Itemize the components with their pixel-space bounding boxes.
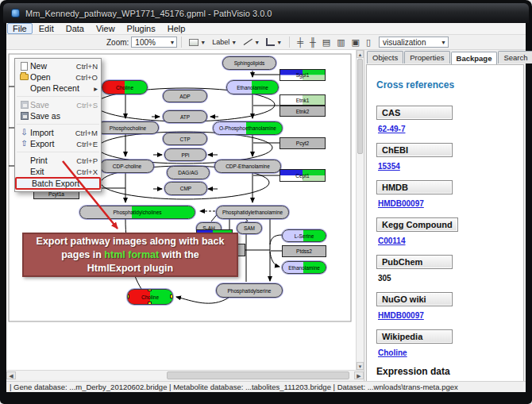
pathway-node-pcyt2[interactable]: Pcyt2 [279,137,326,149]
pathway-node-choline[interactable]: Choline [102,80,148,94]
file-menu-item-import[interactable]: ⇩ImportCtrl+M [15,127,101,138]
menubar-item-edit[interactable]: Edit [33,23,60,34]
label-tool-button[interactable]: Label▼ [209,37,240,48]
chevron-down-icon: ▼ [441,40,446,45]
file-menu-item-batch-export[interactable]: Batch Export [15,177,101,190]
file-menu-item-open-recent[interactable]: Open Recent▸ [15,83,101,94]
scroll-right-icon[interactable]: ▶ [354,371,364,379]
tab-objects[interactable]: Objects [367,51,403,63]
xref-header: NuGO wiki [376,292,453,306]
vertical-scrollbar[interactable]: ▲ ▼ [356,50,364,370]
selection-handle[interactable] [170,289,173,291]
horizontal-scrollbar[interactable]: ◀ ▶ [6,370,364,379]
file-menu-item-open[interactable]: OpenCtrl+O [15,71,101,83]
selection-handle[interactable] [148,289,152,291]
xref-link[interactable]: HMDB00097 [378,311,515,320]
pathway-node-etnk1[interactable]: Etnk1 [279,94,326,106]
pathway-node-o-phosphoethanolamine[interactable]: O-Phosphoethanolamine [213,121,283,135]
horizontal-scroll-thumb[interactable] [167,371,349,379]
xref-link[interactable]: Choline [378,348,515,357]
horizontal-scroll-track[interactable] [16,371,354,379]
xref-link[interactable]: C00114 [378,237,515,245]
annotation-callout: Export pathway images along with back pa… [22,233,238,277]
scroll-left-icon[interactable]: ◀ [6,371,16,379]
selection-handle[interactable] [148,302,152,305]
xref-link[interactable]: 62-49-7 [378,125,515,133]
pathway-node-adp[interactable]: ADP [163,90,207,102]
tab-properties[interactable]: Properties [404,51,449,63]
file-menu-item-exit[interactable]: ExitCtrl+X [15,166,101,177]
pathway-node-cdp-ethanolamine[interactable]: CDP-Ethanolamine [214,160,281,173]
scroll-up-icon[interactable]: ▲ [357,50,364,58]
pathway-node-phosphocholine[interactable]: Phosphocholine [97,121,159,134]
selection-handle[interactable] [127,302,129,305]
pathway-node-cept1[interactable]: Cept1 [279,169,326,182]
menubar-item-view[interactable]: View [91,23,121,34]
stack-columns-icon: ▥ [337,38,345,47]
pathway-node-sgpl1[interactable]: Sgpl1 [279,69,326,81]
scroll-down-icon[interactable]: ▼ [357,362,364,370]
datanode-icon [189,39,199,46]
selection-handle[interactable] [127,294,129,298]
pathway-node-cdp-choline[interactable]: CDP-choline [100,160,154,173]
pathway-node-sam[interactable]: SAM [237,222,262,234]
pathway-node-ethanolamine[interactable]: Ethanolamine [282,261,326,274]
pathway-node-cmp[interactable]: CMP [164,182,207,195]
selection-handle[interactable] [127,289,129,291]
file-menu-item-print[interactable]: PrintCtrl+P [15,155,101,166]
selection-handle[interactable] [170,302,173,305]
cross-references-heading: Cross references [376,79,515,90]
pathway-node-sphingolipids[interactable]: Sphingolipids [222,56,276,70]
menu-item-label: Open Recent [30,83,94,93]
menubar-item-file[interactable]: File [7,23,33,34]
pathway-node-atp[interactable]: ATP [163,110,207,123]
connector-tool-button[interactable]: ▼ [263,37,285,48]
menubar-item-data[interactable]: Data [60,23,90,34]
file-menu-item-export[interactable]: ⇧ExportCtrl+E [15,138,101,149]
common-width-button[interactable]: ▣ [349,37,363,48]
datanode-button[interactable]: ▼ [186,37,209,48]
menu-item-label: Save as [30,111,98,121]
submenu-arrow-icon: ▸ [94,84,98,93]
pathway-node-dag-ag[interactable]: DAG/AG [167,166,210,179]
xref-section-chebi: ChEBI15354 [376,142,515,171]
file-menu-item-save[interactable]: SaveCtrl+S [15,99,101,110]
align-center-y-button[interactable]: ╫ [306,37,319,48]
align-center-x-button[interactable]: ╪ [294,37,306,48]
pathway-node-l-serine[interactable]: L-Serine [282,229,326,242]
stack-rows-button[interactable]: ▤ [319,37,333,48]
menubar-item-help[interactable]: Help [162,23,191,34]
pathway-node-ptdss2[interactable]: Ptdss2 [282,245,326,257]
pathway-node-ctp[interactable]: CTP [163,133,207,145]
pathway-node-phosphatidylethanolamine[interactable]: Phosphatidylethanolamine [216,206,289,219]
pathway-node-phosphatidylcholines[interactable]: Phosphatidylcholines [79,206,195,219]
vertical-scroll-thumb[interactable] [357,59,363,154]
xref-header: CAS [376,106,453,120]
app-icon [11,9,20,17]
pathway-node-ethanolamine[interactable]: Ethanolamine [226,80,279,94]
selection-handle[interactable] [170,294,173,298]
file-menu-item-new[interactable]: NewCtrl+N [15,60,101,71]
common-height-button[interactable]: ▯ [363,37,374,48]
pathway-node-phosphatidylserine[interactable]: Phosphatidylserine [216,283,283,298]
chevron-down-icon: ▼ [254,40,260,45]
tab-backpage[interactable]: Backpage [451,52,498,64]
window-content: FileEditDataViewPluginsHelp Zoom: 100% ▼… [6,23,526,392]
xref-link[interactable]: HMDB00097 [378,199,515,208]
pathway-node-choline[interactable]: Choline [127,289,173,305]
tab-search[interactable]: Search [498,51,532,63]
xref-header: Wikipedia [376,329,453,344]
xref-link[interactable]: 15354 [378,162,515,171]
menubar-item-plugins[interactable]: Plugins [121,23,161,34]
stack-columns-button[interactable]: ▥ [333,37,348,48]
file-menu-item-save-as[interactable]: Save as [15,110,101,121]
xref-section-cas: CAS62-49-7 [376,105,515,133]
zoom-combobox[interactable]: 100% ▼ [131,37,177,48]
visualization-combobox[interactable]: visualization ▼ [379,37,449,48]
titlebar[interactable]: Mm_Kennedy_pathway_WP1771_45176.gpml - P… [3,3,529,23]
pathway-node-ppi[interactable]: PPi [164,148,206,161]
menu-separator [17,149,99,152]
pathway-node-etnk2[interactable]: Etnk2 [279,106,326,117]
line-tool-button[interactable]: ▼ [240,37,263,48]
line-icon [243,38,253,46]
